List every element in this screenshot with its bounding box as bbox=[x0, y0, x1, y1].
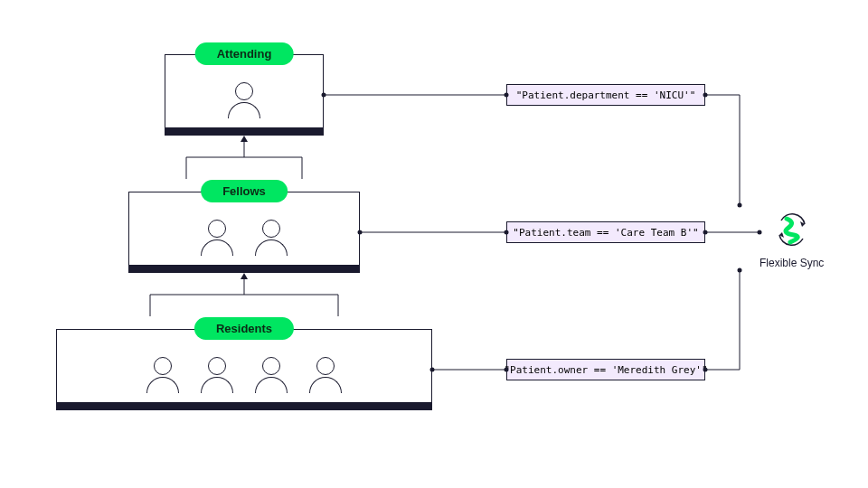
rule-attending: "Patient.department == 'NICU'" bbox=[506, 84, 705, 106]
person-icon bbox=[201, 357, 233, 393]
rule-residents: "Patient.owner == 'Meredith Grey'" bbox=[506, 359, 705, 380]
sync-icon bbox=[772, 210, 812, 249]
svg-marker-8 bbox=[241, 273, 248, 279]
person-icon bbox=[228, 82, 260, 118]
tier-attending-footer bbox=[165, 127, 323, 135]
tier-fellows-pill: Fellows bbox=[201, 180, 288, 202]
svg-point-31 bbox=[738, 268, 742, 273]
tier-fellows-people bbox=[129, 211, 359, 265]
flexible-sync-label: Flexible Sync bbox=[760, 257, 824, 269]
tier-residents: Residents bbox=[56, 329, 432, 410]
tier-fellows-footer bbox=[129, 265, 359, 272]
person-icon bbox=[309, 357, 342, 393]
flexible-sync: Flexible Sync bbox=[760, 210, 824, 269]
tier-residents-people bbox=[57, 348, 431, 402]
person-icon bbox=[255, 220, 288, 256]
tier-residents-footer bbox=[57, 402, 431, 409]
svg-marker-3 bbox=[241, 136, 248, 142]
person-icon bbox=[201, 220, 233, 256]
rule-fellows: "Patient.team == 'Care Team B'" bbox=[506, 221, 705, 243]
tier-attending-pill: Attending bbox=[195, 42, 294, 65]
svg-point-27 bbox=[738, 203, 742, 208]
person-icon bbox=[255, 357, 288, 393]
tier-attending: Attending bbox=[165, 54, 324, 136]
tier-residents-pill: Residents bbox=[194, 317, 294, 340]
tier-attending-people bbox=[165, 73, 323, 127]
person-icon bbox=[146, 357, 179, 393]
tier-fellows: Fellows bbox=[128, 192, 360, 273]
